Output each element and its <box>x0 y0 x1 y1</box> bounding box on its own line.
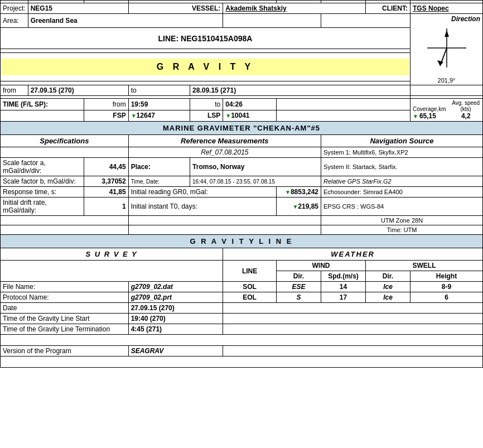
coverage-label: Coverage,km <box>413 106 446 112</box>
empty-row-bottom-1 <box>1 335 483 346</box>
coverage-area: Coverage,km ▼ 65,15 Avg. speed (kts) 4,2 <box>410 99 483 122</box>
empty-weather-5 <box>223 324 483 335</box>
nav-gps: Relative GPS StarFix.G2 <box>321 176 483 187</box>
area-value: Greenland Sea <box>28 14 223 28</box>
empty-mid-2 <box>321 14 410 28</box>
spec-a-value: 44,45 <box>84 158 128 176</box>
time-from-label: from <box>84 99 128 110</box>
fsp-label: FSP <box>84 110 128 122</box>
spec-empty-2 <box>1 216 129 225</box>
empty-weather-6 <box>223 346 483 357</box>
sol-wind-spd: 14 <box>321 282 366 292</box>
eol-swell-height: 6 <box>410 292 483 303</box>
swell-dir-header: Dir. <box>366 271 410 282</box>
empty-row-2 <box>1 81 410 85</box>
from-label: from <box>1 85 28 96</box>
line-start-label: Time of the Gravity Line Start <box>1 314 129 324</box>
line-end-label: Time of the Gravity Line Termination <box>1 324 129 335</box>
spec-empty-3 <box>1 225 129 235</box>
sol-swell-dir: Ice <box>366 282 410 292</box>
gravity-title-cell: G R A V I T Y <box>1 52 410 81</box>
time-to-label: to <box>190 99 223 110</box>
direction-label: Direction <box>413 15 480 23</box>
gravity-title: G R A V I T Y <box>2 59 409 75</box>
spec-b-value: 3,37052 <box>84 176 128 187</box>
t0-value: ▼219,85 <box>277 197 321 216</box>
program-label: Version of the Program <box>1 346 129 357</box>
survey-title: S U R V E Y <box>1 248 223 261</box>
place-value: Tromso, Norway <box>190 158 321 176</box>
time-label: TIME (F/L SP): <box>1 99 84 110</box>
empty-mid-1 <box>223 14 321 28</box>
nav-system2: System II: Startack, Starfix. <box>321 158 483 176</box>
direction-area: Direction 201,9° <box>410 14 483 85</box>
empty-row-bottom-2 <box>1 357 483 368</box>
nav-utm-zone: UTM Zone 28N <box>321 216 483 225</box>
protocol-value: g2709_02.prt <box>128 292 223 303</box>
spec-empty-1 <box>1 147 129 158</box>
reference-title: Reference Measurements <box>128 135 321 147</box>
area-label: Area: <box>1 14 28 28</box>
empty-weather-4 <box>223 314 483 324</box>
wind-header: WIND <box>277 261 366 271</box>
lsp-label: LSP <box>190 110 223 122</box>
eol-label: EOL <box>223 292 277 303</box>
from-date: 27.09.15 (270) <box>28 85 128 96</box>
nav-echosounder: Echosounder: Simrad EA400 <box>321 187 483 197</box>
file-name-value: g2709_02.dat <box>128 282 223 292</box>
line-end-value: 4:45 (271) <box>128 324 223 335</box>
compass-svg <box>424 26 469 76</box>
wind-dir-header: Dir. <box>277 271 321 282</box>
line-title: LINE: NEG1510415A098A <box>1 28 410 49</box>
time-date-label: Time, Date: <box>128 176 190 187</box>
eol-wind-spd: 17 <box>321 292 366 303</box>
swell-header: SWELL <box>366 261 483 271</box>
protocol-label: Protocol Name: <box>1 292 129 303</box>
survey-filler <box>1 261 223 282</box>
line-start-value: 19:40 (270) <box>128 314 223 324</box>
empty-lsp-right <box>277 110 410 122</box>
empty-fsp-left <box>1 110 84 122</box>
gravimeter-header: MARINE GRAVIMETER "CHEKAN-AM"#5 <box>1 122 483 135</box>
ref-empty-3 <box>128 225 321 235</box>
to-date: 28.09.15 (271) <box>190 85 410 96</box>
time-date-value: 16:44, 07.08.15 - 23:55, 07.08.15 <box>190 176 321 187</box>
svg-marker-3 <box>437 60 443 66</box>
eol-swell-dir: Ice <box>366 292 410 303</box>
to-label: to <box>128 85 190 96</box>
vessel-value: Akademik Shatskiy <box>223 3 366 14</box>
coverage-arrow: ▼ <box>413 113 418 119</box>
vessel-label: VESSEL: <box>128 3 223 14</box>
svg-marker-4 <box>445 30 449 37</box>
date-label: Date <box>1 303 129 314</box>
spec-rt-value: 41,85 <box>84 187 128 197</box>
spec-rt-label: Response time, s: <box>1 187 84 197</box>
specifications-title: Specifications <box>1 135 129 147</box>
reference-date: Ref_07.08.2015 <box>128 147 321 158</box>
direction-angle: 201,9° <box>438 77 456 84</box>
gravity-line-header: G R A V I T Y L I N E <box>1 235 483 248</box>
avg-speed-value: 4,2 <box>451 112 480 120</box>
swell-height-header: Height <box>410 271 483 282</box>
nav-system1: System 1: Multifix6, Skyfix.XP2 <box>321 147 483 158</box>
empty-row-1 <box>1 49 410 53</box>
avg-speed-label: Avg. speed (kts) <box>451 100 480 112</box>
place-label: Place: <box>128 158 190 176</box>
empty-date-right <box>410 85 483 96</box>
spec-drift-value: 1 <box>84 197 128 216</box>
eol-wind-dir: S <box>277 292 321 303</box>
client-value: TGS Nopec <box>410 3 483 14</box>
lsp-value: ▼10041 <box>223 110 277 122</box>
sol-swell-height: 8-9 <box>410 282 483 292</box>
spec-a-label: Scale factor a, mGal/div/div: <box>1 158 84 176</box>
project-label: Project: <box>1 3 28 14</box>
weather-title: WEATHER <box>223 248 483 261</box>
project-value: NEG15 <box>28 3 128 14</box>
spec-b-label: Scale factor b, mGal/div: <box>1 176 84 187</box>
gr0-label: Initial reading GR0, mGal: <box>128 187 276 197</box>
fsp-value: ▼12647 <box>128 110 190 122</box>
empty-weather-3 <box>223 303 483 314</box>
ref-empty-2 <box>128 216 321 225</box>
client-label: CLIENT: <box>366 3 410 14</box>
nav-time-utm: Time: UTM <box>321 225 483 235</box>
